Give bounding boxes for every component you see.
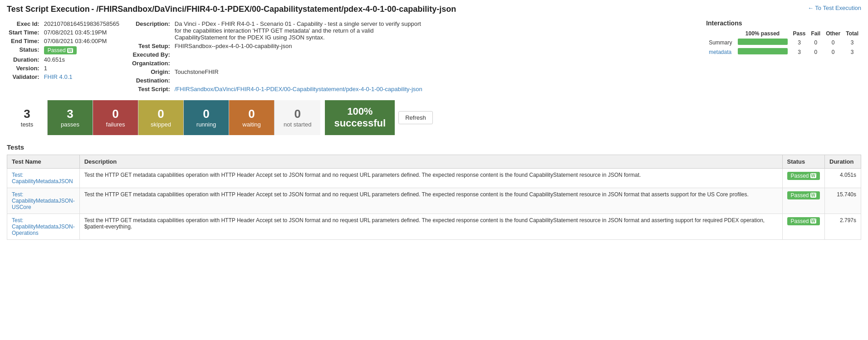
page-title: Test Script Execution - /FHIRSandbox/DaV…: [7, 5, 456, 14]
interactions-table: 100% passed Pass Fail Other Total Summar…: [706, 29, 861, 57]
table-row: Test: CapabilityMetadataJSONTest the HTT…: [7, 168, 861, 188]
interaction-progress: [735, 38, 790, 47]
running-num: 0: [203, 107, 209, 121]
w-icon: W: [810, 173, 816, 178]
col-testname-header: Test Name: [7, 155, 80, 168]
passes-num: 3: [67, 107, 73, 121]
interaction-fail: 0: [809, 38, 824, 47]
description-label: Description:: [130, 19, 173, 42]
success-box: 100% successful: [325, 100, 395, 135]
page-header: Test Script Execution - /FHIRSandbox/DaV…: [7, 5, 861, 14]
test-status-cell: PassedW: [782, 168, 824, 188]
failures-stat: 0 failures: [93, 100, 138, 135]
test-description-cell: Test the HTTP GET metadata capabilities …: [79, 214, 782, 239]
test-duration-cell: 2.797s: [825, 214, 861, 239]
col-fail-header: Fail: [809, 29, 824, 38]
start-time-label: Start Time:: [7, 28, 42, 37]
test-script-link[interactable]: /FHIRSandbox/DaVinci/FHIR4-0-1-PDEX/00-C…: [175, 86, 422, 92]
interaction-pass: 3: [790, 38, 809, 47]
test-name-link[interactable]: Test: CapabilityMetadataJSON: [12, 172, 73, 185]
test-setup-value: FHIRSandbox--pdex-4-0-1-00-capability-js…: [173, 42, 424, 50]
info-section: Exec Id: 20210708164519836758565 Start T…: [7, 19, 861, 93]
title-main: Test Script Execution: [7, 5, 90, 14]
origin-value: TouchstoneFHIR: [173, 68, 424, 76]
test-script-value: /FHIRSandbox/DaVinci/FHIR4-0-1-PDEX/00-C…: [173, 85, 424, 93]
interaction-other: 0: [823, 47, 843, 57]
test-status-cell: PassedW: [782, 188, 824, 214]
col-duration-header: Duration: [825, 155, 861, 168]
validator-link[interactable]: FHIR 4.0.1: [44, 73, 73, 80]
test-name-link[interactable]: Test: CapabilityMetadataJSON-Operations: [12, 217, 75, 236]
skipped-label: skipped: [151, 121, 171, 128]
waiting-stat: 0 waiting: [229, 100, 275, 135]
test-status-cell: PassedW: [782, 214, 824, 239]
tests-num: 3: [24, 107, 30, 121]
status-value: Passed W: [42, 45, 121, 55]
interactions-section: Interactions 100% passed Pass Fail Other…: [706, 19, 861, 93]
version-value: 1: [42, 64, 121, 73]
table-row: Test: CapabilityMetadataJSON-USCoreTest …: [7, 188, 861, 214]
running-label: running: [196, 121, 216, 128]
table-row: Test: CapabilityMetadataJSON-OperationsT…: [7, 214, 861, 239]
interaction-total: 3: [843, 47, 861, 57]
passed-badge: PassedW: [787, 217, 820, 225]
test-script-label: Test Script:: [130, 85, 173, 93]
description-value: Da Vinci - PDex - FHIR R4-0-1 - Scenario…: [173, 19, 424, 42]
refresh-button[interactable]: Refresh: [398, 111, 433, 124]
status-label: Status:: [7, 45, 42, 55]
col-total-header: Total: [843, 29, 861, 38]
tests-table: Test Name Description Status Duration Te…: [7, 155, 861, 240]
interaction-fail: 0: [809, 47, 824, 57]
running-stat: 0 running: [184, 100, 229, 135]
skipped-stat: 0 skipped: [138, 100, 184, 135]
validator-label: Validator:: [7, 73, 42, 81]
test-name-cell[interactable]: Test: CapabilityMetadataJSON-Operations: [7, 214, 80, 239]
failures-num: 0: [112, 107, 118, 121]
success-area: 100% successful Refresh: [325, 100, 432, 135]
stats-row: 3 tests 3 passes 0 failures 0 skipped 0 …: [7, 100, 320, 135]
interaction-total: 3: [843, 38, 861, 47]
exec-info: Exec Id: 20210708164519836758565 Start T…: [7, 19, 121, 93]
duration-value: 40.651s: [42, 55, 121, 64]
version-label: Version:: [7, 64, 42, 73]
w-icon: W: [810, 219, 816, 223]
test-duration-cell: 4.051s: [825, 168, 861, 188]
executed-by-value: [173, 50, 424, 59]
destination-value: [173, 76, 424, 85]
interactions-title: Interactions: [706, 19, 861, 27]
tests-section: Tests Test Name Description Status Durat…: [7, 143, 861, 240]
skipped-num: 0: [157, 107, 164, 121]
organization-label: Organization:: [130, 59, 173, 68]
test-name-link[interactable]: Test: CapabilityMetadataJSON-USCore: [12, 191, 75, 210]
passed-badge: PassedW: [787, 191, 820, 199]
tests-label: tests: [21, 121, 33, 128]
interaction-name[interactable]: metadata: [706, 47, 735, 57]
tests-stat: 3 tests: [7, 100, 48, 135]
passed-badge: PassedW: [787, 172, 820, 180]
waiting-num: 0: [248, 107, 255, 121]
end-time-value: 07/08/2021 03:46:00PM: [42, 37, 121, 45]
tests-title: Tests: [7, 143, 861, 151]
test-description-cell: Test the HTTP GET metadata capabilities …: [79, 188, 782, 214]
not-started-stat: 0 not started: [275, 100, 320, 135]
w-icon: W: [67, 48, 73, 53]
waiting-label: waiting: [242, 121, 260, 128]
interaction-pass: 3: [790, 47, 809, 57]
test-description-cell: Test the HTTP GET metadata capabilities …: [79, 168, 782, 188]
destination-label: Destination:: [130, 76, 173, 85]
passes-label: passes: [61, 121, 79, 128]
exec-id-value: 20210708164519836758565: [42, 19, 121, 28]
description-info: Description: Da Vinci - PDex - FHIR R4-0…: [130, 19, 697, 93]
end-time-label: End Time:: [7, 37, 42, 45]
status-badge: Passed W: [44, 46, 77, 54]
duration-label: Duration:: [7, 55, 42, 64]
test-name-cell[interactable]: Test: CapabilityMetadataJSON-USCore: [7, 188, 80, 214]
col-other-header: Other: [823, 29, 843, 38]
test-name-cell[interactable]: Test: CapabilityMetadataJSON: [7, 168, 80, 188]
title-path: - /FHIRSandbox/DaVinci/FHIR4-0-1-PDEX/00…: [91, 5, 456, 14]
col-status-header: Status: [782, 155, 824, 168]
col-desc-header: Description: [79, 155, 782, 168]
executed-by-label: Executed By:: [130, 50, 173, 59]
col-name-header: [706, 29, 735, 38]
back-link[interactable]: To Test Execution: [808, 5, 861, 11]
